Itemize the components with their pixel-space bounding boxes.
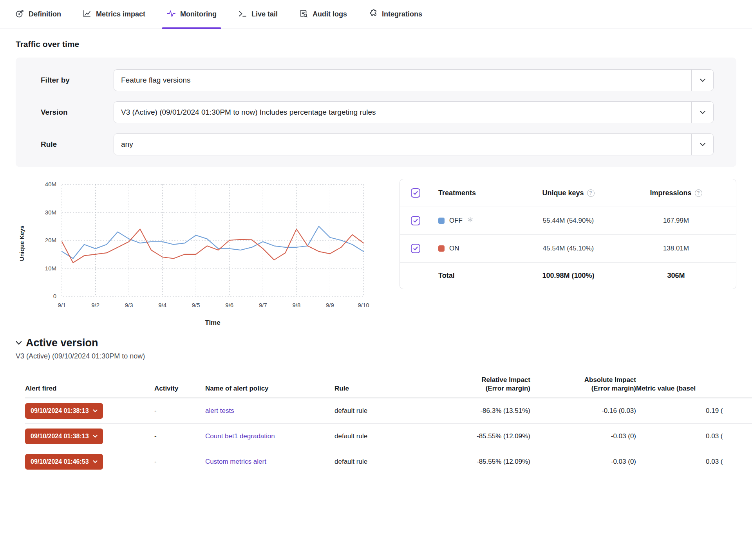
tab-label: Integrations bbox=[382, 10, 422, 18]
treatments-header-row: Treatments Unique keys Impressions bbox=[400, 179, 736, 207]
svg-text:9/4: 9/4 bbox=[158, 302, 166, 308]
treatment-off-checkbox[interactable] bbox=[411, 216, 420, 225]
activity-cell: - bbox=[154, 432, 205, 440]
off-series-swatch bbox=[438, 218, 445, 224]
alert-row: 09/10/2024 01:38:13 - Count bet1 degrada… bbox=[25, 423, 752, 449]
treatment-off-label: OFF bbox=[438, 217, 510, 225]
rule-value: any bbox=[121, 140, 691, 149]
filter-row-version: Version V3 (Active) (09/01/2024 01:30PM … bbox=[41, 101, 714, 123]
alert-policy-link[interactable]: Count bet1 degradation bbox=[205, 432, 275, 440]
tab-label: Monitoring bbox=[180, 10, 217, 18]
policy-cell: alert tests bbox=[205, 407, 334, 415]
alert-fired-cell: 09/10/2024 01:38:13 bbox=[25, 429, 154, 444]
chevron-down-icon bbox=[691, 102, 713, 123]
rule-cell: default rule bbox=[334, 407, 428, 415]
treatments-total-row: Total 100.98M (100%) 306M bbox=[400, 262, 736, 289]
activity-cell: - bbox=[154, 407, 205, 415]
alerts-header-row: Alert fired Activity Name of alert polic… bbox=[25, 372, 752, 398]
relative-impact-cell: -85.55% (12.09%) bbox=[428, 458, 530, 466]
tab-label: Metrics impact bbox=[96, 10, 145, 18]
total-unique-keys: 100.98M (100%) bbox=[510, 272, 627, 280]
chart-section: Unique Keys 010M20M30M40M9/19/29/39/49/5… bbox=[0, 167, 752, 327]
alert-fired-time: 09/10/2024 01:38:13 bbox=[31, 433, 89, 440]
rule-select[interactable]: any bbox=[114, 133, 714, 155]
tab-metrics-impact[interactable]: Metrics impact bbox=[78, 0, 150, 29]
alert-fired-cell: 09/10/2024 01:38:13 bbox=[25, 403, 154, 419]
alert-fired-cell: 09/10/2024 01:46:53 bbox=[25, 454, 154, 470]
alert-fired-time: 09/10/2024 01:38:13 bbox=[31, 407, 89, 414]
chart-x-axis-label: Time bbox=[62, 319, 363, 327]
filter-row-rule: Rule any bbox=[41, 133, 714, 155]
col-line2: (Error margin) bbox=[530, 384, 636, 393]
document-search-icon bbox=[299, 9, 308, 20]
rule-cell: default rule bbox=[334, 458, 428, 466]
alert-fired-badge[interactable]: 09/10/2024 01:38:13 bbox=[25, 403, 103, 419]
off-unique-keys: 55.44M (54.90%) bbox=[510, 217, 627, 225]
alert-fired-badge[interactable]: 09/10/2024 01:46:53 bbox=[25, 454, 103, 470]
alerts-table: Alert fired Activity Name of alert polic… bbox=[25, 372, 752, 474]
filter-by-value: Feature flag versions bbox=[121, 76, 691, 85]
svg-text:9/8: 9/8 bbox=[292, 302, 300, 308]
total-impressions: 306M bbox=[627, 272, 725, 280]
help-icon[interactable] bbox=[695, 189, 702, 197]
on-impressions: 138.01M bbox=[627, 245, 725, 252]
svg-text:9/9: 9/9 bbox=[326, 302, 334, 308]
alert-policy-link[interactable]: alert tests bbox=[205, 407, 234, 414]
treatment-name: ON bbox=[449, 245, 459, 252]
treatment-row-on: ON 45.54M (45.10%) 138.01M bbox=[400, 234, 736, 262]
off-impressions: 167.99M bbox=[627, 217, 725, 225]
pulse-icon bbox=[166, 9, 176, 20]
col-activity: Activity bbox=[154, 384, 205, 393]
total-label: Total bbox=[438, 272, 510, 280]
impressions-label: Impressions bbox=[650, 189, 691, 197]
treatment-row-off: OFF 55.44M (54.90%) 167.99M bbox=[400, 207, 736, 234]
metric-value-cell: 0.19 ( bbox=[636, 407, 752, 415]
col-rule: Rule bbox=[334, 384, 428, 393]
chevron-down-icon bbox=[16, 341, 22, 345]
alert-row: 09/10/2024 01:46:53 - Custom metrics ale… bbox=[25, 449, 752, 474]
version-select[interactable]: V3 (Active) (09/01/2024 01:30PM to now) … bbox=[114, 101, 714, 123]
tab-label: Definition bbox=[29, 10, 61, 18]
svg-text:9/1: 9/1 bbox=[58, 302, 66, 308]
alerts-table-clip: Alert fired Activity Name of alert polic… bbox=[25, 372, 752, 474]
metric-value-cell: 0.03 ( bbox=[636, 432, 752, 440]
active-version-subtitle: V3 (Active) (09/10/2024 01:30PM to now) bbox=[16, 352, 752, 360]
col-line1: Absolute Impact bbox=[530, 376, 636, 384]
col-line1: Relative Impact bbox=[428, 376, 530, 384]
treatments-title: Treatments bbox=[438, 189, 510, 197]
col-line2: (Error margin) bbox=[428, 384, 530, 393]
tab-integrations[interactable]: Integrations bbox=[363, 0, 427, 29]
treatment-on-checkbox[interactable] bbox=[411, 244, 420, 253]
absolute-impact-cell: -0.16 (0.03) bbox=[530, 407, 636, 415]
svg-text:9/5: 9/5 bbox=[192, 302, 200, 308]
version-label: Version bbox=[41, 108, 114, 117]
on-unique-keys: 45.54M (45.10%) bbox=[510, 245, 627, 252]
tab-monitoring[interactable]: Monitoring bbox=[162, 0, 221, 29]
line-chart-icon bbox=[82, 9, 92, 20]
col-metric-value: Metric value (basel bbox=[636, 384, 752, 393]
absolute-impact-cell: -0.03 (0) bbox=[530, 432, 636, 440]
help-icon[interactable] bbox=[587, 189, 595, 197]
relative-impact-cell: -85.55% (12.09%) bbox=[428, 432, 530, 440]
alert-fired-badge[interactable]: 09/10/2024 01:38:13 bbox=[25, 429, 103, 444]
policy-cell: Count bet1 degradation bbox=[205, 432, 334, 440]
traffic-chart: Unique Keys 010M20M30M40M9/19/29/39/49/5… bbox=[16, 179, 376, 327]
alert-policy-link[interactable]: Custom metrics alert bbox=[205, 458, 266, 465]
on-series-swatch bbox=[438, 245, 445, 252]
terminal-prompt-icon bbox=[238, 9, 247, 20]
page-title: Traffic over time bbox=[16, 40, 752, 49]
rule-cell: default rule bbox=[334, 432, 428, 440]
col-policy: Name of alert policy bbox=[205, 384, 334, 393]
svg-text:20M: 20M bbox=[45, 237, 56, 243]
filter-by-select[interactable]: Feature flag versions bbox=[114, 69, 714, 91]
tab-label: Audit logs bbox=[313, 10, 347, 18]
svg-text:0: 0 bbox=[53, 293, 56, 299]
active-version-toggle[interactable]: Active version bbox=[16, 337, 752, 349]
chevron-down-icon bbox=[93, 409, 98, 412]
tab-bar: Definition Metrics impact Monitoring Liv… bbox=[0, 0, 752, 29]
tab-definition[interactable]: Definition bbox=[10, 0, 66, 29]
version-value: V3 (Active) (09/01/2024 01:30PM to now) … bbox=[121, 108, 691, 117]
select-all-checkbox[interactable] bbox=[411, 188, 420, 198]
tab-live-tail[interactable]: Live tail bbox=[233, 0, 282, 29]
tab-audit-logs[interactable]: Audit logs bbox=[294, 0, 352, 29]
